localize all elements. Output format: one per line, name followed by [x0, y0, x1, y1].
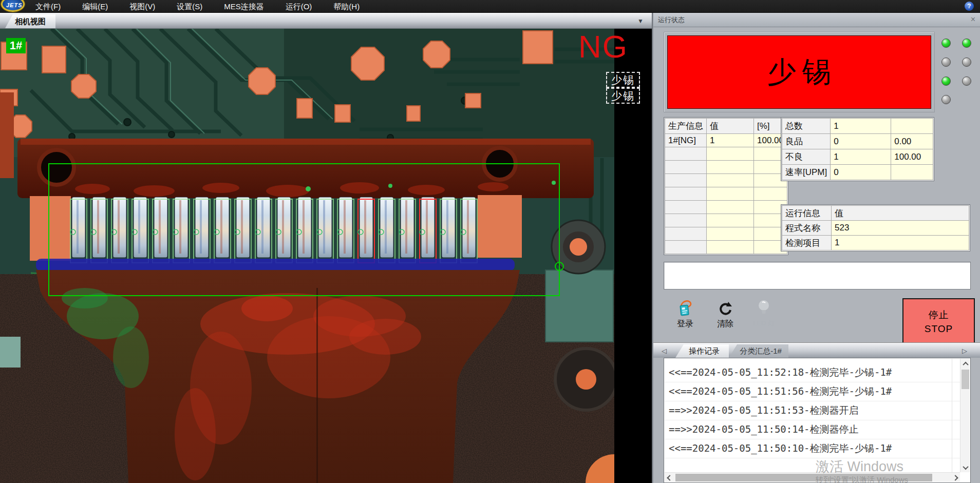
- cell: [707, 161, 754, 174]
- log-entry[interactable]: <<==2024-05-05_11:51:56-检测完毕-少锡-1#: [665, 382, 960, 401]
- cell: 不良: [782, 149, 831, 165]
- column-header: 生产信息: [665, 119, 707, 134]
- status-light-7: [941, 95, 951, 104]
- cell: [707, 227, 754, 241]
- log-entry[interactable]: <<==2024-05-05_11:50:10-检测完毕-少锡-1#: [665, 439, 960, 458]
- log-entry[interactable]: <<==2024-05-05_11:52:18-检测完毕-少锡-1#: [665, 363, 960, 382]
- run-status-panel: 运行状态 × 少锡 生产信息 值 [%]: [653, 13, 980, 483]
- menu-settings[interactable]: 设置(S): [166, 0, 213, 13]
- refresh-icon: [710, 296, 740, 317]
- cell: [665, 161, 707, 174]
- camera-viewport: 1# NG 少锡 少锡: [0, 29, 652, 483]
- menu-bar: JETS 文件(F) 编辑(E) 视图(V) 设置(S) MES连接器 运行(O…: [0, 0, 980, 13]
- cell: [707, 214, 754, 227]
- vertical-scrollbar[interactable]: [960, 359, 970, 472]
- status-light-6: [962, 76, 971, 86]
- status-light-5: [941, 76, 951, 86]
- panel-body: 少锡 生产信息 值 [%] 1#[NG]1100.00: [653, 27, 980, 483]
- close-icon[interactable]: ×: [971, 13, 975, 26]
- bulb-icon: [749, 296, 779, 317]
- table-row: 总数1: [782, 119, 933, 134]
- menu-mes-connector[interactable]: MES连接器: [213, 0, 275, 13]
- cell: [891, 165, 933, 180]
- app-logo-icon: JETS: [1, 0, 25, 12]
- table-row: [665, 174, 787, 187]
- cell: [665, 227, 707, 241]
- stop-button[interactable]: 停止 STOP: [902, 298, 975, 346]
- menu-edit[interactable]: 编辑(E): [71, 0, 119, 13]
- table-row: [665, 201, 787, 214]
- scroll-up-icon[interactable]: [960, 359, 970, 369]
- table-row: [665, 227, 787, 241]
- menu-run[interactable]: 运行(O): [275, 0, 323, 13]
- production-table: 生产信息 值 [%] 1#[NG]1100.00: [664, 117, 788, 255]
- scrollbar-thumb[interactable]: [675, 474, 932, 481]
- table-row: 1#[NG]1100.00: [665, 134, 787, 147]
- cell: 0: [831, 134, 891, 149]
- tab-classification-summary[interactable]: 分类汇总-1#: [729, 344, 788, 358]
- cell: 0: [831, 165, 891, 180]
- tab-scroll-right-icon[interactable]: ▷: [962, 347, 967, 355]
- tab-operation-log[interactable]: 操作记录: [675, 344, 729, 358]
- cell: [665, 187, 707, 201]
- cell: 检测项目: [782, 236, 832, 250]
- cell: [665, 214, 707, 227]
- status-light-4: [962, 57, 971, 67]
- scrollbar-thumb[interactable]: [962, 370, 969, 389]
- horizontal-scrollbar[interactable]: [665, 472, 960, 482]
- tab-camera-view[interactable]: 相机视图: [5, 14, 55, 28]
- cell: 1: [831, 149, 891, 165]
- table-row: 不良1100.00: [782, 149, 933, 165]
- log-tab-strip: ◁ 操作记录 分类汇总-1# ▷: [653, 342, 980, 358]
- cell: 良品: [782, 134, 831, 149]
- log-entry[interactable]: [665, 458, 960, 472]
- log-entry[interactable]: ==>>2024-05-05_11:50:14-检测器停止: [665, 420, 960, 439]
- cell: 523: [832, 221, 969, 236]
- column-header: 值: [707, 119, 754, 134]
- help-icon[interactable]: ?: [965, 2, 974, 11]
- cell: [891, 119, 933, 134]
- table-row: 程式名称523: [782, 221, 969, 236]
- scroll-right-icon[interactable]: [950, 473, 960, 482]
- stop-label-en: STOP: [925, 322, 953, 336]
- defect-label: 少锡: [606, 72, 640, 88]
- cell: [665, 201, 707, 214]
- button-label: 清除: [710, 319, 740, 330]
- panel-title: 运行状态: [658, 16, 685, 24]
- cell: 1: [707, 134, 754, 147]
- operation-log-list: <<==2024-05-05_11:52:18-检测完毕-少锡-1# <<==2…: [664, 358, 971, 483]
- status-light-1: [941, 38, 951, 48]
- login-button[interactable]: 登录: [670, 296, 700, 332]
- menu-file[interactable]: 文件(F): [25, 0, 71, 13]
- scroll-left-icon[interactable]: [665, 473, 674, 482]
- statistics-table: 总数1 良品00.00 不良1100.00 速率[UPM]0: [781, 117, 934, 181]
- stop-label-cn: 停止: [929, 308, 949, 322]
- table-row: [665, 187, 787, 201]
- cell: [707, 201, 754, 214]
- id-badge-icon: [670, 296, 700, 317]
- clear-button[interactable]: 清除: [710, 296, 740, 332]
- menu-help[interactable]: 帮助(H): [323, 0, 370, 13]
- led-light-button[interactable]: LED 灯: [749, 296, 779, 332]
- cell: 0.00: [891, 134, 933, 149]
- tab-scroll-left-icon[interactable]: ◁: [662, 347, 667, 355]
- table-row: [665, 214, 787, 227]
- camera-tab-strip: 相机视图 ▼: [0, 13, 652, 29]
- column-divider: [952, 359, 952, 472]
- defect-label: 少锡: [606, 88, 640, 104]
- panel-title-bar: 运行状态 ×: [653, 13, 980, 27]
- cell: 1: [831, 119, 891, 134]
- chevron-down-icon[interactable]: ▼: [637, 17, 644, 25]
- run-info-table: 运行信息 值 程式名称523 检测项目1: [781, 204, 970, 252]
- logo-text: JETS: [6, 2, 23, 8]
- status-light-3: [941, 57, 951, 67]
- table-row: 速率[UPM]0: [782, 165, 933, 180]
- button-label: LED 灯: [749, 319, 779, 328]
- menu-view[interactable]: 视图(V): [119, 0, 166, 13]
- column-header: 值: [832, 206, 969, 221]
- message-box[interactable]: [664, 262, 971, 289]
- log-entry[interactable]: ==>>2024-05-05_11:51:53-检测器开启: [665, 401, 960, 420]
- cell: 总数: [782, 119, 831, 134]
- scroll-down-icon[interactable]: [960, 462, 970, 472]
- alarm-frame: 少锡: [664, 32, 935, 112]
